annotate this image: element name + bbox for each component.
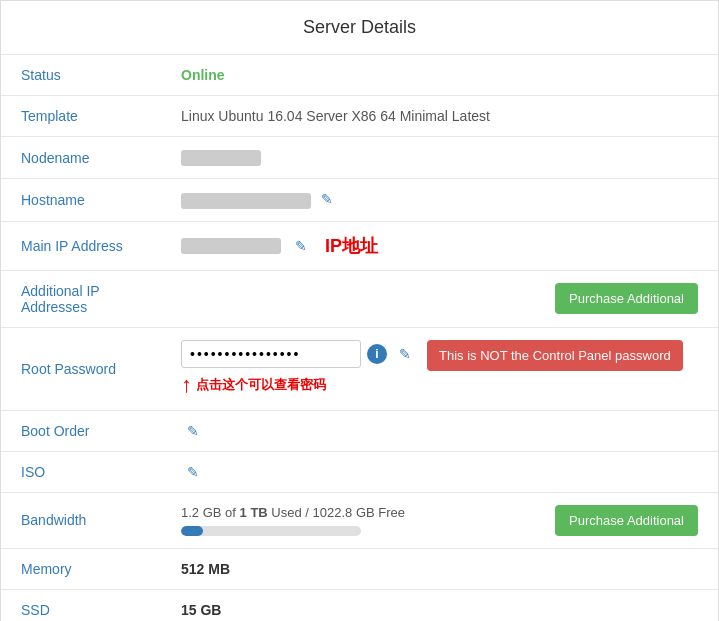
hostname-label: Hostname: [1, 179, 161, 221]
additional-ip-label: Additional IP Addresses: [1, 270, 161, 327]
ip-annotation: IP地址: [325, 234, 378, 258]
bandwidth-progress-bar: [181, 526, 361, 536]
bandwidth-info: 1.2 GB of 1 TB Used / 1022.8 GB Free: [181, 505, 555, 520]
ip-edit-icon[interactable]: ✎: [295, 238, 307, 254]
memory-label: Memory: [1, 548, 161, 589]
boot-order-label: Boot Order: [1, 410, 161, 451]
hostname-value: [181, 193, 311, 209]
info-icon[interactable]: i: [367, 344, 387, 364]
status-value: Online: [181, 67, 225, 83]
main-ip-value: [181, 238, 281, 254]
ssd-label: SSD: [1, 589, 161, 621]
bandwidth-label: Bandwidth: [1, 492, 161, 548]
nodename-label: Nodename: [1, 137, 161, 179]
root-password-label: Root Password: [1, 327, 161, 410]
boot-order-edit-icon[interactable]: ✎: [187, 423, 199, 439]
password-edit-icon[interactable]: ✎: [399, 346, 411, 362]
main-ip-label: Main IP Address: [1, 221, 161, 270]
password-annotation: 点击这个可以查看密码: [196, 376, 326, 394]
purchase-additional-bandwidth-button[interactable]: Purchase Additional: [555, 505, 698, 536]
not-control-panel-badge: This is NOT the Control Panel password: [427, 340, 683, 371]
template-label: Template: [1, 96, 161, 137]
purchase-additional-ip-button[interactable]: Purchase Additional: [555, 283, 698, 314]
iso-label: ISO: [1, 451, 161, 492]
bandwidth-bar-fill: [181, 526, 203, 536]
memory-value: 512 MB: [181, 561, 230, 577]
page-title: Server Details: [1, 1, 718, 54]
bandwidth-total: 1 TB: [240, 505, 268, 520]
root-password-input[interactable]: [181, 340, 361, 368]
hostname-edit-icon[interactable]: ✎: [321, 191, 333, 207]
status-label: Status: [1, 55, 161, 96]
nodename-value: [181, 150, 261, 166]
template-value: Linux Ubuntu 16.04 Server X86 64 Minimal…: [181, 108, 490, 124]
ssd-value: 15 GB: [181, 602, 221, 618]
iso-edit-icon[interactable]: ✎: [187, 464, 199, 480]
